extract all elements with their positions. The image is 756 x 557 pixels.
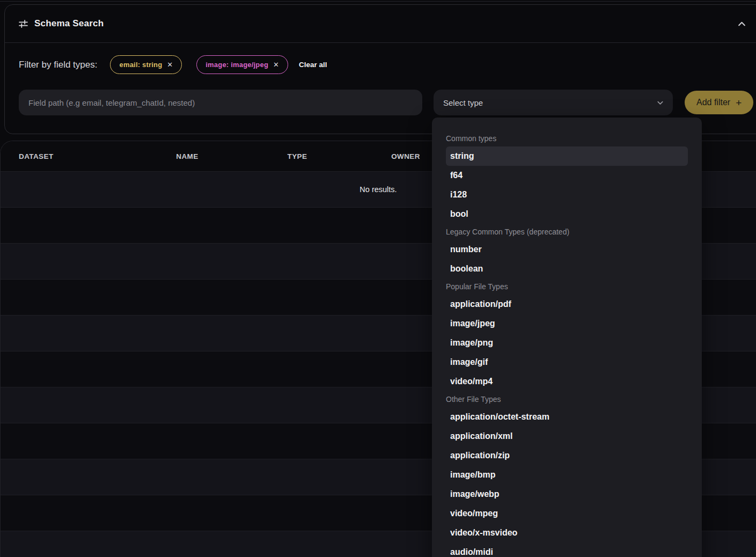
add-filter-label: Add filter [696, 98, 730, 107]
schema-search-panel: Schema Search Filter by field types: ema… [4, 4, 756, 134]
type-option[interactable]: image/webp [446, 485, 688, 504]
type-option[interactable]: application/xml [446, 427, 688, 446]
type-option[interactable]: number [446, 240, 688, 259]
chip-remove-button[interactable]: ✕ [167, 61, 173, 68]
filter-chip: email: string ✕ [110, 55, 182, 74]
type-option[interactable]: image/png [446, 333, 688, 353]
collapse-panel-button[interactable] [735, 17, 748, 30]
filter-chip-label: image: image/jpeg [205, 61, 268, 69]
type-option[interactable]: audio/midi [446, 543, 688, 557]
type-select-value: Select type [443, 98, 483, 107]
type-group-label: Other File Types [446, 391, 688, 407]
type-option[interactable]: i128 [446, 185, 688, 204]
panel-header: Schema Search [5, 5, 756, 43]
chevron-down-icon [656, 99, 664, 107]
type-group-label: Legacy Common Types (deprecated) [446, 224, 688, 240]
clear-all-button[interactable]: Clear all [299, 61, 327, 69]
top-divider [0, 1, 756, 2]
column-header: NAME [129, 152, 245, 160]
type-option[interactable]: video/mpeg [446, 504, 688, 523]
filter-by-label: Filter by field types: [19, 60, 97, 70]
sliders-icon [19, 19, 28, 28]
type-option[interactable]: f64 [446, 166, 688, 185]
panel-body: Filter by field types: email: string ✕ i… [5, 43, 756, 115]
type-option[interactable]: string [446, 146, 688, 166]
type-option[interactable]: application/pdf [446, 295, 688, 314]
plus-icon: + [736, 98, 742, 108]
no-results-message: No results. [359, 185, 397, 194]
chip-remove-button[interactable]: ✕ [273, 61, 279, 68]
type-option[interactable]: image/bmp [446, 465, 688, 485]
column-header: DATASET [1, 152, 129, 160]
filter-chip: image: image/jpeg ✕ [196, 55, 288, 74]
type-option[interactable]: video/x-msvideo [446, 523, 688, 543]
type-group-label: Common types [446, 130, 688, 146]
column-header: TYPE [245, 152, 349, 160]
type-group-label: Popular File Types [446, 278, 688, 295]
type-option[interactable]: image/jpeg [446, 314, 688, 333]
chevron-up-icon [737, 19, 746, 28]
field-path-input[interactable] [19, 90, 422, 115]
filter-chip-label: email: string [119, 61, 162, 69]
type-select[interactable]: Select type [434, 90, 673, 115]
type-option[interactable]: video/mp4 [446, 372, 688, 391]
type-option[interactable]: image/gif [446, 353, 688, 372]
page-title: Schema Search [34, 18, 104, 29]
type-option[interactable]: boolean [446, 259, 688, 278]
add-filter-button[interactable]: Add filter + [685, 91, 753, 114]
type-option[interactable]: bool [446, 204, 688, 224]
type-option[interactable]: application/octet-stream [446, 407, 688, 427]
chip-list: email: string ✕ image: image/jpeg ✕ [110, 55, 288, 74]
type-option[interactable]: application/zip [446, 446, 688, 465]
type-dropdown-menu: Common typesstringf64i128boolLegacy Comm… [432, 118, 702, 557]
